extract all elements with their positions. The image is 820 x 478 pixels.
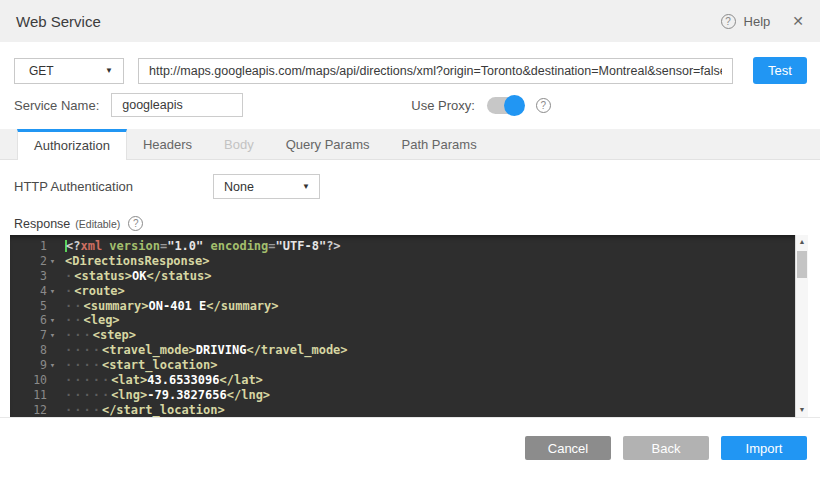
response-label: Response (14, 217, 70, 231)
http-method-select[interactable]: GET ▼ (14, 58, 124, 84)
fold-spacer (47, 239, 58, 254)
service-name-label: Service Name: (14, 98, 99, 113)
code-line: 3·<status>OK</status> (10, 269, 795, 284)
dialog-footer: Cancel Back Import (0, 417, 820, 478)
page-title: Web Service (16, 13, 101, 30)
code-line: 8····<travel_mode>DRIVING</travel_mode> (10, 343, 795, 358)
code-line: 7▾···<step> (10, 328, 795, 343)
tab-body: Body (208, 129, 270, 159)
code-line: 1<?xml version="1.0" encoding="UTF-8"?> (10, 239, 795, 254)
tab-authorization[interactable]: Authorization (17, 129, 127, 160)
response-editable-label: (Editable) (75, 218, 120, 230)
service-name-input[interactable] (111, 93, 243, 117)
use-proxy-group: Use Proxy: ? (411, 97, 551, 114)
http-auth-select[interactable]: None ▼ (213, 174, 320, 199)
tab-bar: AuthorizationHeadersBodyQuery ParamsPath… (0, 129, 820, 160)
fold-spacer (47, 343, 58, 358)
toggle-knob-icon (504, 95, 525, 116)
fold-arrow-icon[interactable]: ▾ (47, 313, 58, 328)
http-auth-value: None (224, 180, 254, 194)
use-proxy-label: Use Proxy: (411, 98, 475, 113)
http-auth-row: HTTP Authentication None ▼ (14, 174, 806, 199)
code-line: 10·····<lat>43.6533096</lat> (10, 373, 795, 388)
chevron-down-icon: ▼ (302, 182, 310, 191)
fold-arrow-icon[interactable]: ▾ (47, 328, 58, 343)
fold-arrow-icon[interactable]: ▾ (47, 358, 58, 373)
code-line: 9▾····<start_location> (10, 358, 795, 373)
tab-path-params[interactable]: Path Params (385, 129, 492, 159)
fold-arrow-icon[interactable]: ▾ (47, 284, 58, 299)
dialog-header: Web Service ? Help ✕ (0, 0, 820, 42)
help-link[interactable]: Help (744, 14, 771, 29)
request-row: GET ▼ Test (14, 57, 807, 84)
scrollbar-thumb[interactable] (797, 251, 807, 278)
import-button[interactable]: Import (721, 436, 807, 460)
editor-scrollbar: ▲ ▼ (795, 235, 808, 417)
scroll-down-icon[interactable]: ▼ (796, 403, 808, 417)
code-line: 2▾<DirectionsResponse> (10, 254, 795, 269)
web-service-dialog: Web Service ? Help ✕ GET ▼ Test Service … (0, 0, 820, 478)
code-line: 6▾··<leg> (10, 313, 795, 328)
response-label-row: Response (Editable) ? (14, 216, 806, 231)
response-editor: 1<?xml version="1.0" encoding="UTF-8"?>2… (10, 235, 808, 417)
back-button[interactable]: Back (623, 436, 709, 460)
response-help-icon[interactable]: ? (128, 216, 143, 231)
code-line: 12····</start_location> (10, 403, 795, 417)
http-auth-label: HTTP Authentication (14, 179, 213, 194)
code-lines[interactable]: 1<?xml version="1.0" encoding="UTF-8"?>2… (10, 235, 795, 417)
fold-spacer (47, 269, 58, 284)
code-line: 11·····<lng>-79.3827656</lng> (10, 388, 795, 403)
use-proxy-toggle[interactable] (487, 97, 524, 114)
tab-query-params[interactable]: Query Params (270, 129, 386, 159)
fold-spacer (47, 388, 58, 403)
http-method-value: GET (29, 64, 54, 78)
fold-spacer (47, 403, 58, 417)
scroll-up-icon[interactable]: ▲ (796, 235, 808, 249)
help-circle-icon[interactable]: ? (721, 14, 736, 29)
header-actions: ? Help ✕ (721, 13, 804, 29)
test-button[interactable]: Test (753, 57, 807, 84)
fold-arrow-icon[interactable]: ▾ (47, 254, 58, 269)
chevron-down-icon: ▼ (105, 66, 113, 75)
code-line: 4▾·<route> (10, 284, 795, 299)
close-icon[interactable]: ✕ (792, 13, 804, 29)
fold-spacer (47, 373, 58, 388)
proxy-help-icon[interactable]: ? (536, 98, 551, 113)
tab-headers[interactable]: Headers (127, 129, 208, 159)
code-line: 5··<summary>ON-401 E</summary> (10, 299, 795, 314)
cancel-button[interactable]: Cancel (525, 436, 611, 460)
url-input[interactable] (138, 58, 733, 84)
service-row: Service Name: Use Proxy: ? (14, 93, 807, 117)
fold-spacer (47, 299, 58, 314)
